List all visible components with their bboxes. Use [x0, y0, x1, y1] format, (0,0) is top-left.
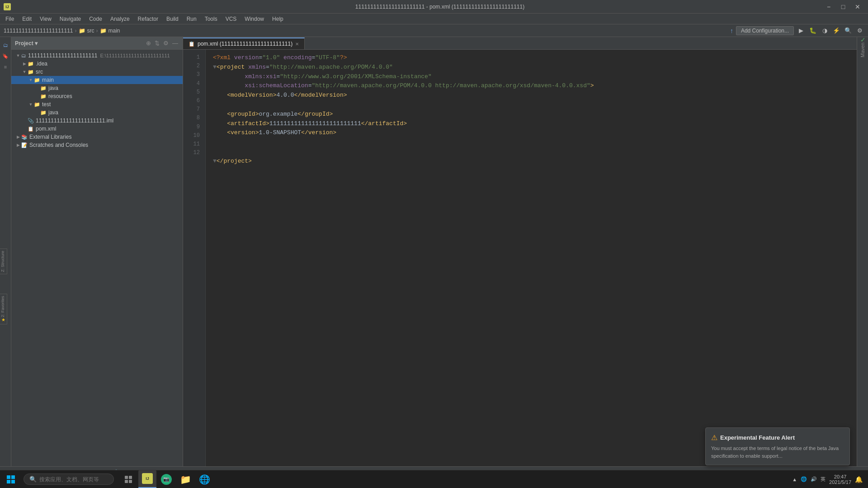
minimize-button[interactable]: − [822, 2, 835, 11]
tree-main-label: main [42, 77, 54, 83]
tab-close-icon[interactable]: ✕ [295, 42, 299, 47]
main-folder-icon: 📁 [34, 77, 40, 83]
structure-icon[interactable]: ≡ [1, 62, 10, 71]
menubar: File Edit View Navigate Code Analyze Ref… [0, 14, 868, 24]
project-collapse-icon[interactable]: — [171, 39, 179, 47]
clock[interactable]: 20:47 2021/5/17 [829, 474, 851, 485]
project-tree: ▼ 🗂 11111111111111111111111 E:\111111111… [11, 50, 183, 466]
menu-window[interactable]: Window [241, 15, 268, 23]
task-view-icon[interactable] [119, 470, 137, 488]
taskbar-search-input[interactable] [39, 476, 107, 483]
notification-warn-icon: ⚠ [711, 433, 717, 442]
tree-arrow-main: ▼ [28, 78, 34, 82]
code-content[interactable]: <?xml version="1.0" encoding="UTF-8"?> ▼… [206, 50, 857, 466]
taskbar-files[interactable]: 📁 [176, 470, 194, 488]
taskbar-edge[interactable]: 🌐 [195, 470, 213, 488]
code-line-8: <artifactId>11111111111111111111111111</… [213, 119, 849, 129]
tree-root[interactable]: ▼ 🗂 11111111111111111111111 E:\111111111… [11, 52, 183, 60]
tree-item-main[interactable]: ▼ 📁 main [11, 76, 183, 84]
tree-item-resources[interactable]: 📁 resources [11, 92, 183, 100]
toolbar-right: ↑ Add Configuration... ▶ 🐛 ◑ ⚡ 🔍 ⚙ [730, 26, 864, 35]
coverage-button[interactable]: ◑ [820, 26, 829, 35]
breadcrumb-src[interactable]: src [87, 28, 94, 34]
profile-button[interactable]: ⚡ [832, 26, 841, 35]
line-num-4: 4 [183, 80, 203, 88]
menu-file[interactable]: File [2, 15, 18, 23]
date: 2021/5/17 [829, 479, 851, 485]
menu-view[interactable]: View [36, 15, 55, 23]
debug-button[interactable]: 🐛 [808, 26, 817, 35]
add-configuration-button[interactable]: Add Configuration... [736, 26, 794, 35]
project-panel-title: Project ▾ [15, 40, 38, 47]
project-scope-icon[interactable]: ⊕ [145, 39, 152, 47]
input-indicator[interactable]: 英 [821, 476, 826, 483]
tree-item-idea[interactable]: ▶ 📁 .idea [11, 60, 183, 68]
structure-panel-tab[interactable]: Z: Structure [0, 249, 7, 274]
menu-analyze[interactable]: Analyze [107, 15, 133, 23]
close-button[interactable]: ✕ [851, 2, 864, 11]
menu-code[interactable]: Code [85, 15, 106, 23]
breadcrumb-main[interactable]: main [108, 28, 120, 34]
menu-edit[interactable]: Edit [19, 15, 35, 23]
tree-item-test[interactable]: ▼ 📁 test [11, 100, 183, 108]
project-panel-header: Project ▾ ⊕ ⇅ ⚙ — [11, 37, 183, 50]
taskbar-search[interactable]: 🔍 [24, 474, 114, 485]
maximize-button[interactable]: □ [836, 2, 850, 11]
scratches-icon: 📝 [21, 142, 28, 148]
right-sidebar: Maven ✓ [857, 37, 868, 466]
menu-run[interactable]: Run [183, 15, 200, 23]
project-settings-icon[interactable]: ⚙ [162, 39, 170, 47]
tree-item-java-test[interactable]: 📁 java [11, 108, 183, 117]
menu-refactor[interactable]: Refactor [134, 15, 162, 23]
tree-arrow-src: ▼ [21, 70, 28, 74]
toolbar: 11111111111111111111111 › 📁 src › 📁 main… [0, 24, 868, 37]
menu-build[interactable]: Build [163, 15, 182, 23]
menu-navigate[interactable]: Navigate [56, 15, 85, 23]
bookmark-icon[interactable]: 🔖 [1, 52, 10, 61]
tree-item-scratches[interactable]: ▶ 📝 Scratches and Consoles [11, 141, 183, 149]
window-title: 11111111111111111111111 - pom.xml (11111… [58, 4, 822, 10]
menu-vcs[interactable]: VCS [222, 15, 241, 23]
search-icon: 🔍 [29, 476, 37, 483]
tree-item-ext-libs[interactable]: ▶ 📚 External Libraries [11, 133, 183, 141]
line-num-7: 7 [183, 105, 203, 114]
tree-item-pom[interactable]: 📋 pom.xml [11, 125, 183, 133]
tree-item-java-main[interactable]: 📁 java [11, 84, 183, 92]
project-sort-icon[interactable]: ⇅ [154, 39, 160, 47]
code-line-1: <?xml version="1.0" encoding="UTF-8"?> [213, 53, 849, 63]
src-folder-icon: 📁 [28, 69, 34, 75]
menu-tools[interactable]: Tools [201, 15, 221, 23]
java-test-folder-icon: 📁 [40, 110, 47, 116]
taskbar-capture[interactable]: 📷 [157, 470, 175, 488]
tray-up-arrow[interactable]: ▲ [792, 477, 797, 482]
tree-resources-label: resources [48, 93, 72, 99]
line-num-11: 11 [183, 140, 203, 149]
tree-src-label: src [36, 69, 43, 75]
search-everywhere-icon[interactable]: 🔍 [844, 26, 853, 35]
settings-icon[interactable]: ⚙ [855, 26, 864, 35]
tree-item-iml[interactable]: 📎 11111111111111111111111.iml [11, 117, 183, 125]
network-icon: 🌐 [801, 476, 807, 482]
tree-item-src[interactable]: ▼ 📁 src [11, 68, 183, 76]
favorites-star-icon: ★ [0, 317, 6, 322]
breadcrumb-project[interactable]: 11111111111111111111111 [4, 28, 73, 34]
editor-tab-pom[interactable]: 📋 pom.xml (11111111111111111111111) ✕ [183, 38, 305, 49]
line-num-2: 2 [183, 62, 203, 70]
taskbar-intellij[interactable]: IJ [138, 470, 156, 488]
notification-header: ⚠ Experimental Feature Alert [711, 433, 844, 442]
tree-iml-label: 11111111111111111111111.iml [36, 117, 113, 124]
favorites-panel-tab[interactable]: 2: Favorites ★ [0, 294, 7, 324]
run-button[interactable]: ▶ [797, 26, 806, 35]
project-panel: Project ▾ ⊕ ⇅ ⚙ — ▼ 🗂 111111111111111111… [11, 37, 183, 466]
breadcrumb-folder-icon: 📁 [79, 28, 85, 34]
project-view-icon[interactable]: 🗂 [1, 41, 10, 50]
system-tray: ▲ 🌐 🔊 英 20:47 2021/5/17 🔔 [792, 474, 868, 485]
code-line-3: xmlns:xsi="http://www.w3.org/2001/XMLSch… [213, 72, 849, 82]
menu-help[interactable]: Help [269, 15, 287, 23]
notifications-icon[interactable]: 🔔 [855, 476, 863, 483]
iml-file-icon: 📎 [28, 118, 34, 124]
code-line-2: ▼<project xmlns="http://maven.apache.org… [213, 63, 849, 72]
structure-label: Z: Structure [0, 251, 5, 272]
svg-rect-1 [129, 476, 132, 479]
start-button[interactable] [0, 470, 22, 488]
